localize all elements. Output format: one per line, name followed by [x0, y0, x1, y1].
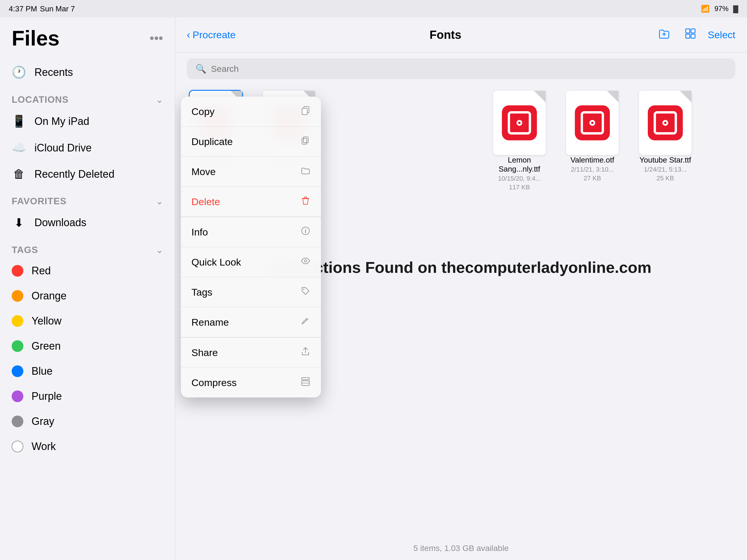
sidebar-item-tag-blue[interactable]: Blue — [0, 359, 175, 384]
view-toggle-icon[interactable] — [681, 25, 699, 45]
search-icon: 🔍 — [196, 63, 206, 74]
locations-title: Locations — [12, 94, 69, 105]
favorites-chevron[interactable]: ⌄ — [156, 196, 163, 206]
menu-item-delete[interactable]: Delete — [181, 187, 321, 217]
tag-yellow-dot — [12, 315, 23, 327]
menu-copy-label: Copy — [191, 106, 214, 117]
tag-blue-dot — [12, 365, 23, 377]
menu-item-quicklook[interactable]: Quick Look — [181, 247, 321, 277]
tag-work-dot — [12, 441, 23, 452]
menu-item-rename[interactable]: Rename — [181, 307, 321, 337]
select-button[interactable]: Select — [708, 29, 736, 41]
svg-rect-2 — [686, 29, 690, 33]
favorites-title: Favorites — [12, 196, 67, 207]
menu-compress-label: Compress — [191, 377, 237, 388]
locations-chevron[interactable]: ⌄ — [156, 95, 163, 105]
svg-rect-5 — [691, 34, 695, 38]
menu-duplicate-label: Duplicate — [191, 136, 233, 147]
tag-blue-label: Blue — [31, 365, 53, 377]
search-bar-container: 🔍 — [175, 53, 747, 85]
sidebar-item-tag-red[interactable]: Red — [0, 258, 175, 283]
sidebar-item-tag-orange[interactable]: Orange — [0, 283, 175, 308]
sidebar-item-downloads[interactable]: ⬇ Downloads — [0, 209, 175, 236]
back-chevron-icon: ‹ — [187, 29, 190, 41]
files-area: Blanchope 2/... Brouw — [175, 85, 747, 537]
sidebar-item-tag-purple[interactable]: Purple — [0, 384, 175, 409]
tags-chevron[interactable]: ⌄ — [156, 245, 163, 255]
menu-quicklook-label: Quick Look — [191, 256, 241, 268]
status-bar-time-date: 4:37 PM Sun Mar 7 — [9, 4, 75, 14]
tag-work-label: Work — [31, 440, 56, 453]
new-folder-icon[interactable] — [655, 25, 673, 45]
app-container: Files ••• 🕐 Recents Locations ⌄ 📱 On My … — [0, 18, 747, 560]
tags-section-header: Tags ⌄ — [0, 236, 175, 258]
sidebar-item-ipad[interactable]: 📱 On My iPad — [0, 108, 175, 134]
battery-icon: ▓ — [733, 5, 739, 13]
icloud-icon: ☁️ — [12, 141, 26, 155]
menu-item-tags[interactable]: Tags — [181, 277, 321, 307]
archive-icon — [301, 377, 310, 389]
tag-red-label: Red — [31, 265, 51, 277]
tag-red-dot — [12, 265, 23, 277]
wifi-icon: 📶 — [701, 5, 710, 13]
status-date: Sun Mar 7 — [40, 4, 75, 14]
menu-item-compress[interactable]: Compress — [181, 368, 321, 398]
sidebar-item-tag-work[interactable]: Work — [0, 434, 175, 459]
nav-left: ‹ Procreate — [187, 29, 235, 41]
favorites-section-header: Favorites ⌄ — [0, 187, 175, 209]
svg-point-15 — [303, 288, 304, 290]
status-bar: 4:37 PM Sun Mar 7 📶 97% ▓ — [0, 0, 747, 18]
recents-icon: 🕐 — [12, 66, 26, 79]
duplicate-icon — [301, 135, 310, 148]
sidebar-item-tag-green[interactable]: Green — [0, 334, 175, 359]
sidebar: Files ••• 🕐 Recents Locations ⌄ 📱 On My … — [0, 18, 175, 560]
trash-icon: 🗑 — [12, 168, 26, 181]
search-input[interactable] — [211, 64, 727, 74]
main-content: ‹ Procreate Fonts — [175, 18, 747, 560]
menu-item-share[interactable]: Share — [181, 338, 321, 368]
sidebar-item-tag-yellow[interactable]: Yellow — [0, 308, 175, 334]
tag-orange-dot — [12, 290, 23, 302]
menu-rename-label: Rename — [191, 316, 229, 328]
menu-item-duplicate[interactable]: Duplicate — [181, 127, 321, 157]
context-menu-overlay: Copy Duplicate — [175, 85, 747, 537]
svg-rect-16 — [302, 378, 309, 380]
nav-back-button[interactable]: ‹ Procreate — [187, 29, 235, 41]
status-bar-indicators: 📶 97% ▓ — [701, 5, 738, 13]
tag-purple-dot — [12, 390, 23, 402]
ipad-icon: 📱 — [12, 114, 26, 128]
svg-rect-10 — [302, 198, 309, 199]
tag-green-dot — [12, 340, 23, 352]
menu-info-label: Info — [191, 226, 208, 238]
svg-point-14 — [304, 260, 307, 262]
svg-point-13 — [305, 229, 306, 230]
footer-text: 5 items, 1.03 GB available — [413, 544, 509, 553]
menu-item-move[interactable]: Move — [181, 157, 321, 187]
tag-green-label: Green — [31, 340, 61, 352]
downloads-label: Downloads — [34, 217, 86, 229]
sidebar-item-recents[interactable]: 🕐 Recents — [0, 59, 175, 85]
battery-text: 97% — [714, 5, 728, 13]
menu-item-copy[interactable]: Copy — [181, 97, 321, 127]
sidebar-item-icloud[interactable]: ☁️ iCloud Drive — [0, 134, 175, 161]
menu-tags-label: Tags — [191, 286, 212, 298]
context-menu: Copy Duplicate — [181, 97, 321, 398]
more-icon[interactable]: ••• — [150, 31, 163, 46]
sidebar-item-tag-gray[interactable]: Gray — [0, 409, 175, 434]
tag-yellow-label: Yellow — [31, 315, 61, 327]
status-time: 4:37 PM — [9, 4, 37, 14]
nav-title: Fonts — [430, 28, 461, 42]
delete-trash-icon — [301, 196, 310, 208]
svg-rect-8 — [304, 137, 308, 143]
tag-orange-label: Orange — [31, 290, 67, 302]
icloud-label: iCloud Drive — [34, 142, 92, 154]
svg-rect-9 — [302, 138, 307, 144]
eye-icon — [301, 256, 310, 268]
menu-item-info[interactable]: Info — [181, 217, 321, 247]
info-icon — [301, 226, 310, 238]
share-icon — [301, 347, 310, 359]
copy-icon — [301, 105, 310, 118]
sidebar-item-recently-deleted[interactable]: 🗑 Recently Deleted — [0, 161, 175, 187]
sidebar-title: Files — [12, 26, 59, 50]
downloads-icon: ⬇ — [12, 216, 26, 229]
